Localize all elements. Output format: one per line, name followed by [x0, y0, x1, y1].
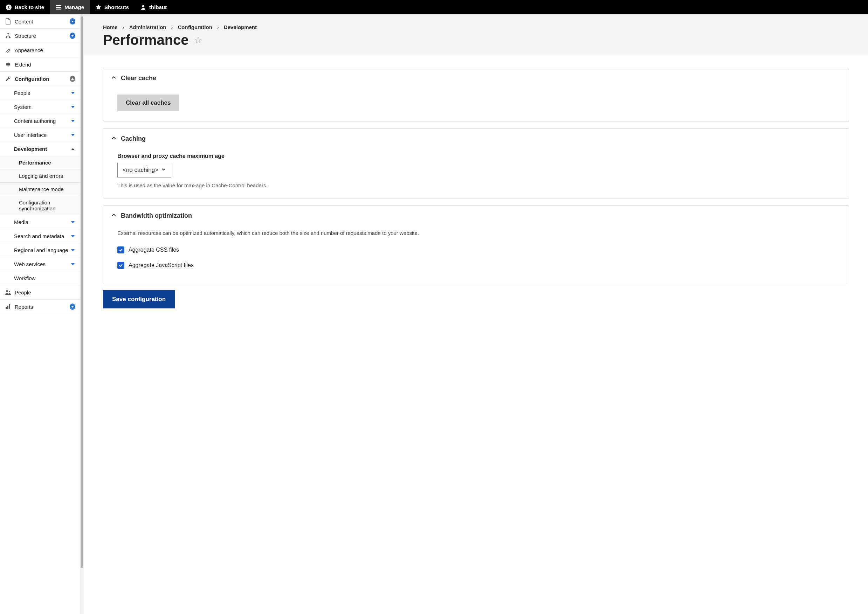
breadcrumb: Home › Administration › Configuration › …	[103, 24, 849, 30]
bandwidth-desc: External resources can be optimized auto…	[117, 230, 835, 236]
sidebar-label: Workflow	[14, 275, 75, 281]
back-to-site-link[interactable]: Back to site	[0, 0, 50, 14]
user-menu[interactable]: thibaut	[135, 0, 172, 14]
svg-point-5	[6, 290, 8, 292]
panel-header[interactable]: Caching	[103, 129, 849, 147]
sidebar-item-configuration[interactable]: Configuration	[0, 72, 80, 86]
sidebar-subitem-user-interface[interactable]: User interface	[0, 128, 80, 142]
sidebar-label: User interface	[14, 132, 70, 138]
expand-icon	[70, 92, 75, 94]
expand-icon	[70, 120, 75, 122]
sidebar-label: Media	[14, 219, 70, 225]
sidebar-subsubitem-config-sync[interactable]: Configuration synchronization	[0, 196, 80, 215]
sidebar-subsubitem-maintenance[interactable]: Maintenance mode	[0, 183, 80, 196]
star-icon	[95, 4, 102, 11]
sidebar-label: Configuration	[15, 76, 70, 82]
sidebar-subitem-regional-language[interactable]: Regional and language	[0, 243, 80, 257]
sidebar-item-content[interactable]: Content	[0, 14, 80, 29]
save-configuration-button[interactable]: Save configuration	[103, 290, 175, 309]
panel-clear-cache: Clear cache Clear all caches	[103, 68, 849, 121]
sidebar-subsubitem-logging[interactable]: Logging and errors	[0, 169, 80, 183]
scrollbar-thumb[interactable]	[81, 17, 83, 568]
sidebar-label: Search and metadata	[14, 233, 70, 239]
panel-title: Bandwidth optimization	[121, 212, 192, 220]
reports-icon	[5, 304, 12, 310]
expand-icon	[70, 235, 75, 237]
sidebar-label: Reports	[15, 304, 70, 310]
page-title: Performance	[103, 32, 189, 48]
sidebar-item-structure[interactable]: Structure	[0, 29, 80, 43]
favorite-star-icon[interactable]: ☆	[194, 34, 202, 46]
svg-rect-8	[7, 305, 8, 309]
sidebar-label: Extend	[15, 62, 75, 68]
configuration-icon	[5, 76, 12, 82]
svg-point-6	[9, 291, 10, 292]
sidebar-item-appearance[interactable]: Appearance	[0, 43, 80, 57]
sidebar-label: Maintenance mode	[19, 186, 64, 192]
collapse-icon	[70, 148, 75, 150]
content-icon	[5, 18, 12, 25]
people-icon	[5, 289, 12, 295]
sidebar-subitem-search-metadata[interactable]: Search and metadata	[0, 229, 80, 243]
breadcrumb-configuration[interactable]: Configuration	[178, 24, 212, 30]
expand-icon	[70, 19, 75, 24]
chevron-up-icon	[111, 74, 116, 82]
sidebar-subitem-people[interactable]: People	[0, 86, 80, 100]
shortcuts-link[interactable]: Shortcuts	[90, 0, 135, 14]
clear-all-caches-button[interactable]: Clear all caches	[117, 95, 179, 111]
back-arrow-icon	[6, 4, 12, 11]
sidebar-label: Development	[14, 146, 70, 152]
cache-max-age-select[interactable]: <no caching>	[117, 163, 171, 177]
sidebar-label: Web services	[14, 261, 70, 267]
sidebar-item-extend[interactable]: Extend	[0, 57, 80, 72]
manage-toggle[interactable]: Manage	[50, 0, 90, 14]
svg-rect-9	[9, 304, 10, 309]
sidebar-subsubitem-performance[interactable]: Performance	[0, 156, 80, 169]
panel-header[interactable]: Clear cache	[103, 68, 849, 86]
panel-caching: Caching Browser and proxy cache maximum …	[103, 129, 849, 198]
breadcrumb-home[interactable]: Home	[103, 24, 118, 30]
sidebar-label: People	[14, 90, 70, 96]
aggregate-css-checkbox[interactable]	[117, 247, 124, 253]
structure-icon	[5, 33, 12, 39]
sidebar-scrollbar[interactable]	[80, 14, 84, 614]
chevron-up-icon	[111, 135, 116, 143]
chevron-right-icon: ›	[123, 24, 124, 30]
sidebar-subitem-workflow[interactable]: Workflow	[0, 271, 80, 285]
manage-label: Manage	[64, 4, 84, 10]
svg-point-0	[6, 5, 12, 10]
breadcrumb-administration[interactable]: Administration	[129, 24, 166, 30]
back-to-site-label: Back to site	[15, 4, 44, 10]
panel-title: Clear cache	[121, 74, 156, 82]
sidebar-label: Regional and language	[14, 247, 70, 253]
sidebar-item-reports[interactable]: Reports	[0, 300, 80, 314]
expand-icon	[70, 33, 75, 39]
extend-icon	[5, 61, 12, 68]
chevron-up-icon	[111, 212, 116, 220]
select-value: <no caching>	[123, 167, 158, 174]
user-icon	[140, 4, 146, 11]
sidebar-item-people[interactable]: People	[0, 285, 80, 300]
topbar: Back to site Manage Shortcuts thibaut	[0, 0, 868, 14]
aggregate-js-checkbox[interactable]	[117, 262, 124, 269]
expand-icon	[70, 249, 75, 251]
aggregate-css-row: Aggregate CSS files	[117, 242, 835, 257]
admin-sidebar: Content Structure Appearance	[0, 14, 84, 614]
sidebar-subitem-system[interactable]: System	[0, 100, 80, 114]
shortcuts-label: Shortcuts	[104, 4, 129, 10]
sidebar-subitem-web-services[interactable]: Web services	[0, 257, 80, 271]
svg-point-2	[7, 33, 9, 34]
sidebar-subitem-development[interactable]: Development	[0, 142, 80, 156]
sidebar-subitem-content-authoring[interactable]: Content authoring	[0, 114, 80, 128]
expand-icon	[70, 106, 75, 108]
main-content: Home › Administration › Configuration › …	[84, 14, 868, 614]
sidebar-label: Structure	[15, 33, 70, 39]
svg-rect-7	[6, 307, 7, 309]
expand-icon	[70, 304, 75, 309]
breadcrumb-development[interactable]: Development	[224, 24, 257, 30]
cache-max-age-label: Browser and proxy cache maximum age	[117, 153, 835, 159]
panel-header[interactable]: Bandwidth optimization	[103, 206, 849, 224]
sidebar-subitem-media[interactable]: Media	[0, 215, 80, 229]
collapse-icon	[70, 76, 75, 82]
panel-title: Caching	[121, 135, 146, 143]
